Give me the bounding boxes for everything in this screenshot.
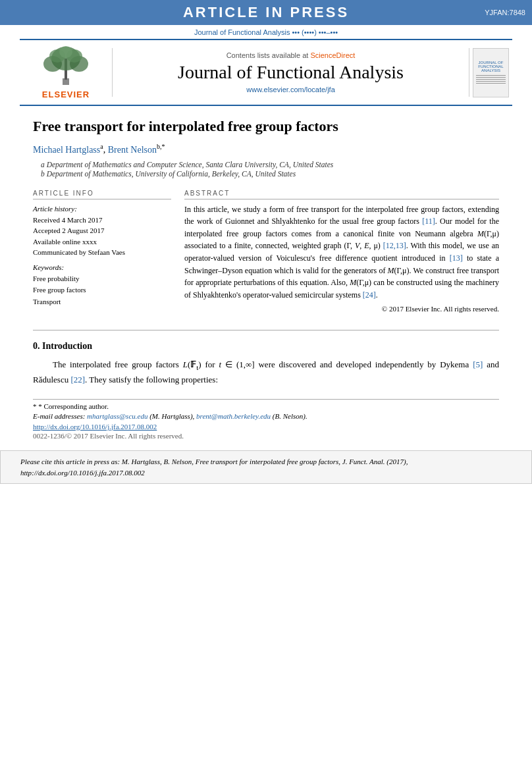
journal-meta-line: Journal of Functional Analysis ••• (••••… [0,25,532,39]
article-id: YJFAN:7848 [485,9,525,16]
footnote-area: * * Corresponding author. E-mail address… [0,402,532,445]
section-title: Introduction [42,341,92,351]
email1-link[interactable]: mhartglass@scu.edu [87,412,147,420]
corresponding-author-note: * * Corresponding author. [33,402,499,410]
article-history-label: Article history: [33,205,171,213]
received-date: Received 4 March 2017 [33,215,171,226]
issn-line: 0022-1236/© 2017 Elsevier Inc. All right… [33,432,499,440]
emails-label: E-mail addresses: [33,412,85,420]
communicated-by: Communicated by Stefaan Vaes [33,247,171,258]
section-number: 0. [33,341,40,351]
paper-title: Free transport for interpolated free gro… [33,118,499,135]
abstract-text: In this article, we study a form of free… [184,203,499,302]
affiliation1: a Department of Mathematics and Computer… [33,161,499,169]
author1-name[interactable]: Michael Hartglass [33,145,100,155]
copyright-line: © 2017 Elsevier Inc. All rights reserved… [184,305,499,313]
doi-link[interactable]: http://dx.doi.org/10.1016/j.jfa.2017.08.… [33,423,499,431]
citation-text: Please cite this article in press as: M.… [20,458,408,477]
keywords-section: Keywords: Free probability Free group fa… [33,263,171,308]
journal-title: Journal of Functional Analysis [122,62,459,83]
ref-13[interactable]: [13] [450,253,463,263]
article-info-label: ARTICLE INFO [33,190,171,199]
thumb-decoration [476,74,506,85]
available-online: Available online xxxx [33,236,171,248]
affiliation2: b Department of Mathematics, University … [33,170,499,178]
banner-title: ARTICLE IN PRESS [183,4,349,20]
abstract-section: ABSTRACT In this article, we study a for… [184,190,499,313]
email1-person: (M. Hartglass), [149,412,194,420]
article-info-panel: ARTICLE INFO Article history: Received 4… [33,190,171,313]
elsevier-logo-box: ELSEVIER [36,45,95,99]
journal-header: ELSEVIER Contents lists available at Sci… [20,39,512,106]
thumb-title-text: JOURNAL OFFUNCTIONALANALYSIS [478,61,503,72]
keyword-transport: Transport [33,296,171,308]
journal-meta-text: Journal of Functional Analysis ••• (••••… [194,28,338,36]
ref-12-13[interactable]: [12,13] [383,241,406,250]
intro-paragraph: The interpolated free group factors L(𝔽t… [33,358,499,387]
email2-person: (B. Nelson). [273,412,307,420]
journal-header-center: Contents lists available at ScienceDirec… [112,48,469,97]
introduction-section: 0. Introduction The interpolated free gr… [0,341,532,387]
keywords-label: Keywords: [33,263,171,271]
author1-sup: a [100,143,103,150]
authors-line: Michael Hartglassa, Brent Nelsonb,* [33,143,499,155]
elsevier-logo-area: ELSEVIER [20,45,112,99]
journal-website[interactable]: www.elsevier.com/locate/jfa [122,86,459,93]
sciencedirect-link[interactable]: ScienceDirect [310,51,355,59]
citation-bar: Please cite this article in press as: M.… [0,450,532,484]
article-in-press-banner: ARTICLE IN PRESS YJFAN:7848 [0,0,532,25]
ref-22[interactable]: [22] [70,375,85,384]
main-content: Free transport for interpolated free gro… [0,106,532,319]
author2-name[interactable]: Brent Nelson [108,145,157,155]
accepted-date: Accepted 2 August 2017 [33,225,171,236]
section-divider [33,330,499,330]
ref-11[interactable]: [11] [422,217,435,226]
svg-point-7 [59,46,72,58]
journal-cover-thumb: JOURNAL OFFUNCTIONALANALYSIS [473,48,509,97]
journal-thumbnail: JOURNAL OFFUNCTIONALANALYSIS [469,48,512,97]
keyword-free-probability: Free probability [33,273,171,285]
footnote-divider [33,399,499,400]
elsevier-tree-icon [36,45,95,88]
email-footnote: E-mail addresses: mhartglass@scu.edu (M.… [33,412,499,420]
elsevier-label: ELSEVIER [42,90,90,99]
ref-24[interactable]: [24] [363,290,376,300]
author2-sup: b,* [157,143,165,150]
article-info-abstract-section: ARTICLE INFO Article history: Received 4… [33,190,499,313]
email2-link[interactable]: brent@math.berkeley.edu [196,412,271,420]
intro-heading: 0. Introduction [33,341,499,352]
contents-available-text: Contents lists available at ScienceDirec… [122,51,459,59]
keyword-free-group-factors: Free group factors [33,284,171,296]
ref-5[interactable]: [5] [473,359,483,369]
abstract-label: ABSTRACT [184,190,499,199]
